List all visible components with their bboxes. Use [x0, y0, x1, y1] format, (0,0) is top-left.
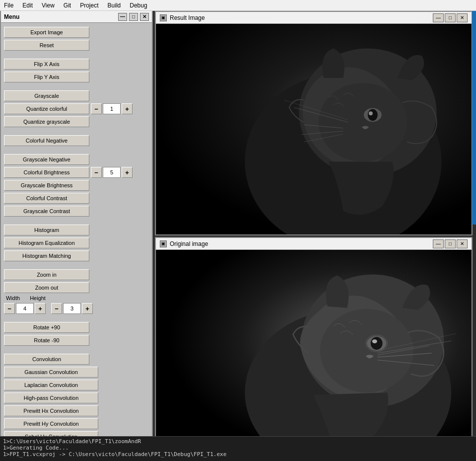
height-value: 3 [63, 303, 81, 314]
zoom-in-button[interactable]: Zoom in [4, 269, 89, 280]
panel-minimize-btn[interactable]: — [118, 13, 127, 21]
export-image-button[interactable]: Export Image [4, 27, 89, 38]
status-line-1: 1>C:\Users\victo\Faculdade\FPI_T1\zoomAn… [3, 438, 473, 445]
original-maximize-btn[interactable]: □ [445, 239, 456, 248]
result-minimize-btn[interactable]: — [433, 13, 444, 22]
prewitt-hx-button[interactable]: Prewitt Hx Convolution [4, 405, 98, 416]
colorful-contrast-row: Colorful Contrast [4, 193, 149, 204]
menu-build[interactable]: Build [106, 1, 123, 10]
colorful-negative-button[interactable]: Colorful Negative [4, 135, 89, 146]
prewitt-hx-row: Prewitt Hx Convolution [4, 405, 149, 416]
result-image-area [156, 24, 472, 234]
colorful-brightness-button[interactable]: Colorful Brightness [4, 167, 89, 178]
highpass-row: High-pass Convolution [4, 392, 149, 403]
result-close-btn[interactable]: ✕ [457, 13, 468, 22]
panel-title: Menu [4, 13, 19, 20]
gap1 [4, 53, 149, 57]
width-height-steppers: − 4 + − 3 + [4, 303, 149, 314]
menu-edit[interactable]: Edit [20, 1, 35, 10]
brightness-minus-btn[interactable]: − [91, 167, 102, 178]
gaussian-button[interactable]: Gaussian Convolution [4, 367, 98, 378]
menu-git[interactable]: Git [62, 1, 73, 10]
rotate-minus-button[interactable]: Rotate -90 [4, 335, 89, 346]
width-minus-btn[interactable]: − [4, 303, 15, 314]
menu-project[interactable]: Project [78, 1, 100, 10]
panel-close-btn[interactable]: ✕ [140, 13, 149, 21]
original-titlebar: ▣ Original image — □ ✕ [156, 238, 472, 250]
result-window-controls: — □ ✕ [433, 13, 468, 22]
brightness-value: 5 [103, 167, 121, 178]
original-titlebar-left: ▣ Original image [160, 240, 208, 247]
width-height-labels: Width Height [4, 295, 149, 301]
width-value: 4 [16, 303, 34, 314]
reset-row: Reset [4, 40, 149, 51]
menu-panel: Menu — □ ✕ Export Image Reset Flip X Axi… [0, 11, 153, 438]
quantize-grayscale-button[interactable]: Quantize grayscale [4, 116, 89, 127]
menu-debug[interactable]: Debug [128, 1, 149, 10]
rotate-minus-row: Rotate -90 [4, 335, 149, 346]
height-minus-btn[interactable]: − [51, 303, 62, 314]
colorful-brightness-row: Colorful Brightness − 5 + [4, 167, 149, 178]
svg-point-4 [319, 83, 407, 162]
result-window-icon: ▣ [160, 14, 167, 21]
original-window: ▣ Original image — □ ✕ [155, 237, 473, 451]
flip-x-button[interactable]: Flip X Axis [4, 59, 89, 70]
menu-view[interactable]: View [40, 1, 57, 10]
height-plus-btn[interactable]: + [82, 303, 93, 314]
menu-bar: File Edit View Git Project Build Debug [0, 0, 476, 11]
convolution-button[interactable]: Convolution [4, 354, 89, 365]
gap3b [4, 148, 149, 152]
laplacian-button[interactable]: Laplacian Convolution [4, 380, 98, 390]
result-window-title: Result Image [170, 14, 205, 21]
gaussian-row: Gaussian Convolution [4, 367, 149, 378]
export-row: Export Image [4, 27, 149, 38]
grayscale-button[interactable]: Grayscale [4, 90, 89, 101]
result-maximize-btn[interactable]: □ [445, 13, 456, 22]
gap7 [4, 348, 149, 352]
status-line-2: 1>Generating Code... [3, 445, 473, 451]
svg-point-7 [369, 111, 373, 115]
histogram-matching-button[interactable]: Histogram Matching [4, 250, 89, 261]
panel-maximize-btn[interactable]: □ [129, 13, 138, 21]
grayscale-negative-button[interactable]: Grayscale Negative [4, 154, 89, 165]
highpass-button[interactable]: High-pass Convolution [4, 392, 98, 403]
width-label: Width [6, 295, 20, 301]
colorful-contrast-button[interactable]: Colorful Contrast [4, 193, 89, 204]
flip-y-button[interactable]: Flip Y Axis [4, 72, 89, 82]
colorful-negative-row: Colorful Negative [4, 135, 149, 146]
menu-file[interactable]: File [2, 1, 15, 10]
brightness-stepper: − 5 + [91, 167, 133, 178]
quantize-value: 1 [103, 103, 121, 114]
reset-button[interactable]: Reset [4, 40, 89, 51]
width-plus-btn[interactable]: + [35, 303, 46, 314]
original-minimize-btn[interactable]: — [433, 239, 444, 248]
status-bar: 1>C:\Users\victo\Faculdade\FPI_T1\zoomAn… [0, 436, 476, 461]
height-label: Height [30, 295, 46, 301]
gap2 [4, 84, 149, 88]
quantize-colorful-button[interactable]: Quantize colorful [4, 103, 89, 114]
panel-titlebar: Menu — □ ✕ [1, 11, 152, 23]
svg-point-20 [372, 339, 377, 343]
rotate-plus-button[interactable]: Rotate +90 [4, 322, 89, 333]
zoom-out-row: Zoom out [4, 282, 149, 293]
brightness-plus-btn[interactable]: + [122, 167, 133, 178]
original-window-controls: — □ ✕ [433, 239, 468, 248]
result-titlebar-left: ▣ Result Image [160, 14, 205, 21]
result-window: ▣ Result Image — □ ✕ [155, 11, 473, 235]
prewitt-hy-button[interactable]: Prewitt Hy Convolution [4, 418, 98, 429]
svg-point-17 [320, 309, 413, 392]
quantize-minus-btn[interactable]: − [91, 103, 102, 114]
histogram-button[interactable]: Histogram [4, 225, 89, 235]
histogram-equalization-button[interactable]: Histogram Equalization [4, 237, 89, 248]
zoom-out-button[interactable]: Zoom out [4, 282, 89, 293]
status-line-3: 1>FPI_T1.vcxproj -> C:\Users\victo\Facul… [3, 451, 473, 458]
original-close-btn[interactable]: ✕ [457, 239, 468, 248]
grayscale-brightness-row: Grayscale Brightness [4, 180, 149, 191]
grayscale-brightness-button[interactable]: Grayscale Brightness [4, 180, 89, 191]
gap5 [4, 263, 149, 267]
flip-y-row: Flip Y Axis [4, 72, 149, 82]
laplacian-row: Laplacian Convolution [4, 380, 149, 390]
grayscale-contrast-button[interactable]: Grayscale Contrast [4, 206, 89, 217]
quantize-plus-btn[interactable]: + [122, 103, 133, 114]
quantize-stepper: − 1 + [91, 103, 133, 114]
